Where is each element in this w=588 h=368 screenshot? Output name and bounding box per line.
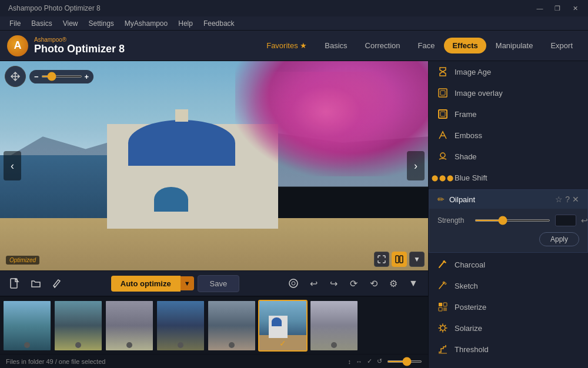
solarize-icon [437,322,449,334]
effect-image-overlay[interactable]: Image overlay [429,82,588,103]
menu-myashampoo[interactable]: MyAshampoo [120,18,172,29]
strength-value-input[interactable]: 7 [555,215,576,226]
menu-feedback[interactable]: Feedback [199,18,239,29]
tab-correction[interactable]: Correction [357,38,409,53]
close-button[interactable]: ✕ [567,0,583,16]
thumbnail-5[interactable] [207,300,256,352]
tab-export[interactable]: Export [542,38,581,53]
hourglass-icon [437,66,448,77]
tab-basics[interactable]: Basics [316,38,355,53]
thumbnail-7[interactable] [309,300,359,352]
effect-posterize[interactable]: Posterize [429,296,588,317]
save-button[interactable]: Save [198,275,240,292]
effect-solarize[interactable]: Solarize [429,317,588,339]
effect-frame[interactable]: Frame [429,103,588,125]
apply-button[interactable]: Apply [539,232,579,246]
new-file-button[interactable] [6,275,24,292]
new-file-icon [9,278,20,289]
check-icon[interactable]: ✓ [367,357,372,365]
settings-button[interactable]: ⚙ [385,275,402,292]
menu-help[interactable]: Help [173,18,198,29]
effect-charcoal[interactable]: Charcoal [429,254,588,275]
minimize-button[interactable]: — [532,0,548,16]
more-button[interactable]: ▼ [405,275,422,292]
oilpaint-title: ✏ Oilpaint [437,195,475,204]
zoom-slider[interactable] [41,75,82,78]
effect-blue-shift-label: Blue Shift [455,173,487,182]
tab-manipulate[interactable]: Manipulate [487,38,542,53]
oilpaint-close-button[interactable]: ✕ [572,195,579,204]
nav-next-button[interactable]: › [407,151,425,180]
titlebar-left: Ashampoo Photo Optimizer 8 [5,4,101,12]
effect-image-age[interactable]: Image Age [429,61,588,82]
effect-threshold[interactable]: Threshold [429,339,588,360]
blue-shift-icon: ⬤⬤⬤ [437,172,449,183]
main: Optimized ‹ › − + [0,61,588,368]
thumbnail-size-slider[interactable] [387,360,422,363]
redo-button[interactable]: ↪ [325,275,342,292]
effect-sketch[interactable]: Sketch [429,275,588,296]
toolbar-left [6,275,66,292]
brand-name-large: Photo Optimizer 8 [34,43,125,55]
brush-icon [288,278,299,289]
oilpaint-star-button[interactable]: ☆ [555,195,563,204]
menu-file[interactable]: File [5,18,25,29]
tab-favorites[interactable]: Favorites ★ [258,38,315,53]
thumbnail-6[interactable]: ✓ [258,300,308,352]
thumb-indicator-4 [178,342,183,348]
thumbnail-3[interactable] [105,300,154,352]
zoom-minus[interactable]: − [34,72,39,81]
thumbnail-4[interactable] [156,300,205,352]
view-options-button[interactable]: ▼ [409,252,425,267]
thumbnail-1[interactable] [2,300,52,352]
rotate-right-button[interactable]: ⟲ [365,275,382,292]
zoom-slider-container: − + [29,70,93,83]
threshold-icon [437,343,449,355]
statusbar-right: ↕ ↔ ✓ ↺ [348,357,423,365]
tab-effects[interactable]: Effects [444,38,486,53]
strength-reset-button[interactable]: ↩ [581,216,588,225]
effect-sketch-label: Sketch [455,282,478,290]
zoom-plus[interactable]: + [85,72,89,81]
nav-prev-button[interactable]: ‹ [4,151,21,180]
charcoal-icon [437,259,449,270]
brand: A Ashampoo® Photo Optimizer 8 [7,35,125,56]
thumbnail-2[interactable] [54,300,103,352]
titlebar-controls[interactable]: — ❐ ✕ [532,0,583,16]
effect-image-overlay-label: Image overlay [455,89,503,98]
frame-icon [437,108,449,120]
brush-tool-button[interactable] [285,275,302,292]
menu-basics[interactable]: Basics [26,18,56,29]
split-view-button[interactable] [392,252,407,267]
effect-blue-shift[interactable]: ⬤⬤⬤ Blue Shift [429,167,588,188]
emboss-icon [437,129,449,141]
refresh-icon[interactable]: ↺ [377,357,382,365]
effects-panel: Image Age Image overlay Frame Emboss [428,61,588,368]
effect-emboss[interactable]: Emboss [429,125,588,146]
toolbar-right: ↩ ↪ ⟳ ⟲ ⚙ ▼ [285,275,422,292]
expand-button[interactable] [374,252,389,267]
pan-control[interactable] [5,66,26,87]
effect-charcoal-label: Charcoal [455,260,485,269]
auto-optimize-button[interactable]: Auto optimize [111,276,181,292]
maximize-button[interactable]: ❐ [549,0,566,16]
rotate-left-button[interactable]: ⟳ [345,275,362,292]
oilpaint-help-button[interactable]: ? [565,195,570,204]
menu-settings[interactable]: Settings [83,18,118,29]
sort-icon[interactable]: ↕ [348,358,352,365]
photo-display: Optimized [0,61,428,270]
svg-rect-12 [439,307,442,311]
edit-button[interactable] [48,275,66,292]
menu-view[interactable]: View [58,18,83,29]
auto-optimize-group: Auto optimize ▼ Save [111,275,239,292]
oilpaint-header[interactable]: ✏ Oilpaint ☆ ? ✕ [429,190,587,209]
auto-optimize-dropdown[interactable]: ▼ [181,276,194,290]
brand-text: Ashampoo® Photo Optimizer 8 [34,36,125,55]
effect-shade[interactable]: Shade [429,146,588,167]
resize-icon[interactable]: ↔ [356,358,362,365]
strength-slider[interactable] [475,219,550,222]
undo-button[interactable]: ↩ [305,275,322,292]
effect-oilpaint-section: ✏ Oilpaint ☆ ? ✕ Strength 7 ↩ Apply [429,189,588,253]
open-file-button[interactable] [27,275,45,292]
tab-face[interactable]: Face [410,38,443,53]
